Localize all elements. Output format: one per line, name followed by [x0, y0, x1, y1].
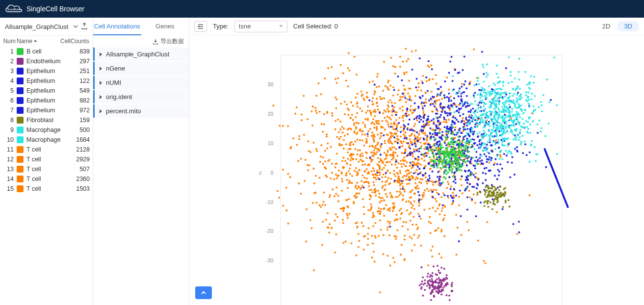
svg-point-25: [468, 190, 470, 192]
svg-point-1964: [446, 134, 448, 136]
svg-point-1058: [430, 250, 432, 252]
svg-point-755: [348, 127, 350, 129]
scroll-top-button[interactable]: [195, 286, 212, 299]
svg-point-3011: [438, 162, 440, 164]
svg-point-3163: [435, 281, 437, 283]
svg-point-1358: [354, 195, 356, 197]
svg-point-1330: [388, 142, 390, 144]
svg-point-1775: [483, 153, 485, 155]
svg-point-2444: [505, 92, 507, 94]
expand-icon: [100, 109, 102, 113]
color-swatch: [17, 156, 24, 163]
table-row[interactable]: 5Epithelium549: [0, 86, 93, 96]
annotation-item[interactable]: percent.mito: [93, 104, 189, 118]
table-row[interactable]: 15T cell1503: [0, 184, 93, 194]
svg-point-1659: [458, 72, 460, 74]
svg-point-2465: [489, 114, 491, 116]
svg-point-2933: [465, 147, 467, 149]
type-select[interactable]: tsne: [234, 21, 287, 32]
svg-point-2354: [489, 106, 490, 108]
svg-point-2717: [466, 134, 468, 136]
table-row[interactable]: 10Macrophage1684: [0, 135, 93, 145]
svg-point-1940: [368, 100, 370, 102]
export-icon: [153, 39, 158, 45]
collapse-sidebar-button[interactable]: [194, 21, 207, 32]
svg-point-563: [426, 188, 428, 190]
color-swatch: [17, 117, 24, 124]
table-row[interactable]: 8Fibroblast159: [0, 115, 93, 125]
svg-point-1042: [359, 129, 361, 131]
svg-point-1448: [402, 188, 404, 190]
svg-point-936: [307, 169, 309, 171]
svg-point-1135: [364, 171, 366, 173]
svg-point-1878: [405, 113, 407, 115]
table-row[interactable]: 1B cell839: [0, 47, 93, 56]
svg-point-2956: [433, 161, 435, 163]
svg-point-1701: [446, 96, 448, 98]
header-name[interactable]: Name: [17, 38, 60, 45]
annotation-item[interactable]: nGene: [93, 62, 189, 75]
svg-point-3161: [426, 285, 428, 287]
tab-cell-annotations[interactable]: Cell Annotations: [93, 18, 141, 35]
table-row[interactable]: 14T cell2360: [0, 174, 93, 184]
svg-point-2745: [518, 132, 520, 134]
svg-point-1373: [316, 150, 318, 152]
sort-asc-icon: [33, 38, 37, 45]
svg-point-765: [408, 173, 410, 175]
svg-point-1629: [417, 166, 419, 168]
svg-point-2138: [426, 119, 428, 121]
row-num: 13: [3, 166, 17, 173]
svg-point-1308: [378, 235, 380, 237]
svg-point-850: [287, 223, 289, 225]
scatter-plot[interactable]: 3020100-10-20-30z40200x: [189, 35, 644, 305]
table-row[interactable]: 12T cell2929: [0, 154, 93, 164]
svg-point-1351: [312, 202, 314, 204]
svg-point-196: [327, 160, 329, 162]
table-row[interactable]: 11T cell2128: [0, 145, 93, 154]
svg-point-313: [414, 95, 416, 97]
table-row[interactable]: 7Epithelium972: [0, 105, 93, 115]
svg-point-2844: [445, 173, 447, 175]
tab-genes[interactable]: Genes: [141, 18, 189, 35]
svg-text:NovelBrain: NovelBrain: [7, 8, 21, 11]
svg-point-875: [415, 50, 417, 51]
dataset-dropdown-icon[interactable]: [73, 23, 78, 30]
table-row[interactable]: 6Epithelium882: [0, 96, 93, 105]
svg-point-436: [500, 156, 502, 158]
dim-3d-button[interactable]: 3D: [617, 21, 639, 31]
svg-point-2590: [507, 125, 509, 127]
svg-point-849: [387, 124, 389, 126]
svg-point-433: [282, 204, 284, 206]
header-num[interactable]: Num: [3, 38, 17, 45]
svg-point-1032: [529, 194, 531, 196]
table-row[interactable]: 2Endothelium297: [0, 56, 93, 66]
svg-point-3004: [448, 143, 450, 145]
svg-point-3122: [427, 280, 429, 282]
svg-point-2085: [476, 144, 478, 146]
table-row[interactable]: 9Macrophage500: [0, 125, 93, 135]
svg-point-1282: [397, 178, 399, 179]
svg-point-2569: [480, 121, 482, 123]
svg-point-1418: [466, 125, 468, 127]
table-row[interactable]: 13T cell507: [0, 164, 93, 174]
svg-point-1065: [349, 155, 351, 157]
svg-point-1850: [482, 172, 484, 174]
header-count[interactable]: CellCounts: [60, 38, 90, 45]
svg-point-2020: [488, 169, 490, 171]
svg-point-3156: [426, 276, 428, 278]
svg-point-2967: [436, 157, 438, 159]
table-row[interactable]: 4Epithelium122: [0, 76, 93, 86]
svg-point-1440: [366, 133, 368, 135]
svg-point-1858: [450, 100, 452, 102]
annotation-item[interactable]: Allsample_GraphClust: [93, 48, 189, 61]
annotation-item[interactable]: nUMI: [93, 76, 189, 89]
row-num: 14: [3, 176, 17, 182]
svg-point-1881: [407, 142, 409, 144]
upload-icon[interactable]: [81, 23, 88, 31]
export-data-button[interactable]: 导出数据: [93, 35, 189, 48]
annotation-item[interactable]: orig.ident: [93, 90, 189, 103]
table-row[interactable]: 3Epithelium251: [0, 66, 93, 76]
svg-point-1363: [400, 99, 402, 101]
svg-point-229: [374, 222, 376, 224]
dim-2d-button[interactable]: 2D: [595, 21, 618, 31]
